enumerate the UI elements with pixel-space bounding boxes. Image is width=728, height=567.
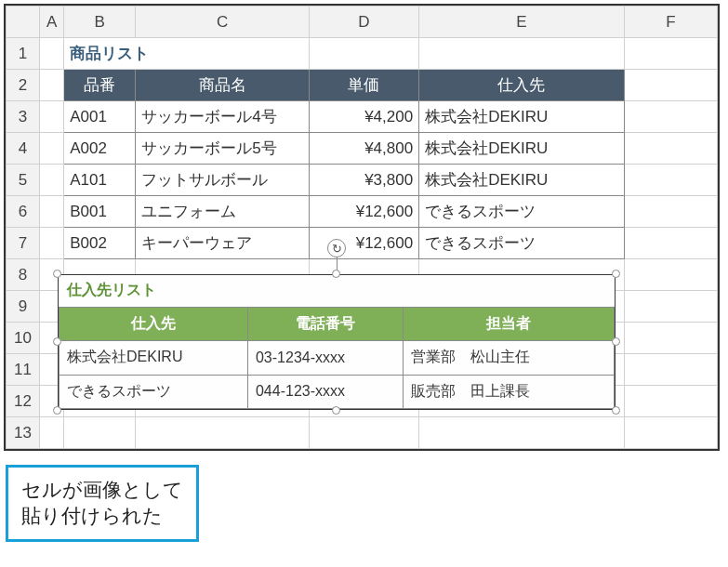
row-header-5[interactable]: 5 — [7, 165, 40, 196]
cell-code[interactable]: A001 — [64, 101, 136, 133]
resize-handle-ml[interactable] — [53, 337, 61, 346]
cell[interactable] — [624, 196, 717, 228]
cell[interactable] — [40, 228, 64, 259]
resize-handle-bl[interactable] — [53, 406, 61, 415]
col-header-e[interactable]: E — [419, 7, 625, 38]
col-header-b[interactable]: B — [64, 7, 136, 38]
cell-price[interactable]: ¥4,200 — [309, 101, 418, 133]
cell-code[interactable]: B001 — [64, 196, 136, 228]
col-header-a[interactable]: A — [40, 7, 64, 38]
cell[interactable] — [624, 259, 717, 291]
cell-name[interactable]: サッカーボール4号 — [136, 101, 309, 133]
cell-price[interactable]: ¥12,600 — [309, 196, 418, 228]
cell-supplier: 株式会社DEKIRU — [60, 341, 248, 375]
pasted-image-object[interactable]: ↻ 仕入先リスト 仕入先 電話番号 担当者 株式会社DEKIRU 03-1234… — [58, 274, 615, 410]
cell-code[interactable]: A002 — [64, 133, 136, 165]
cell[interactable] — [624, 323, 717, 354]
rotate-handle-icon[interactable]: ↻ — [327, 239, 346, 257]
cell-price[interactable]: ¥3,800 — [309, 165, 418, 196]
row-header-8[interactable]: 8 — [7, 259, 40, 291]
table1-header[interactable]: 商品名 — [136, 70, 309, 101]
row-header-9[interactable]: 9 — [7, 291, 40, 323]
col-header-f[interactable]: F — [624, 7, 717, 38]
cell-supplier[interactable]: 株式会社DEKIRU — [419, 133, 625, 165]
cell[interactable] — [40, 165, 64, 196]
cell[interactable] — [624, 354, 717, 386]
resize-handle-tr[interactable] — [612, 270, 620, 278]
cell[interactable] — [419, 417, 625, 449]
cell[interactable] — [624, 386, 717, 417]
resize-handle-br[interactable] — [612, 406, 620, 415]
resize-handle-bm[interactable] — [332, 406, 340, 415]
cell-phone: 044-123-xxxx — [247, 375, 403, 408]
row-header-10[interactable]: 10 — [7, 323, 40, 354]
cell-price[interactable]: ¥12,600 — [309, 228, 418, 259]
cell[interactable] — [40, 70, 64, 101]
cell-name[interactable]: ユニフォーム — [136, 196, 309, 228]
cell-supplier[interactable]: 株式会社DEKIRU — [419, 101, 625, 133]
resize-handle-tm[interactable] — [332, 270, 340, 278]
resize-handle-tl[interactable] — [53, 270, 61, 278]
table2-title: 仕入先リスト — [60, 275, 615, 307]
cell-supplier[interactable]: できるスポーツ — [419, 228, 625, 259]
table1-header[interactable]: 単価 — [309, 70, 418, 101]
cell-name[interactable]: フットサルボール — [136, 165, 309, 196]
cell[interactable] — [40, 101, 64, 133]
cell-contact: 営業部 松山主任 — [404, 341, 615, 375]
table2-header: 仕入先 — [60, 307, 248, 340]
cell[interactable] — [624, 133, 717, 165]
table1-title[interactable]: 商品リスト — [64, 38, 310, 70]
col-header-d[interactable]: D — [309, 7, 418, 38]
cell[interactable] — [40, 196, 64, 228]
row-header-11[interactable]: 11 — [7, 354, 40, 386]
callout-line2: 貼り付けられた — [21, 503, 183, 529]
cell[interactable] — [40, 417, 64, 449]
cell[interactable] — [624, 228, 717, 259]
cell-supplier[interactable]: 株式会社DEKIRU — [419, 165, 625, 196]
cell-code[interactable]: B002 — [64, 228, 136, 259]
cell[interactable] — [624, 291, 717, 323]
cell-name[interactable]: サッカーボール5号 — [136, 133, 309, 165]
row-header-7[interactable]: 7 — [7, 228, 40, 259]
cell-supplier: できるスポーツ — [60, 375, 248, 408]
row-header-12[interactable]: 12 — [7, 386, 40, 417]
cell[interactable] — [64, 417, 136, 449]
cell[interactable] — [40, 133, 64, 165]
row-header-1[interactable]: 1 — [7, 38, 40, 70]
resize-handle-mr[interactable] — [612, 337, 620, 346]
row-header-3[interactable]: 3 — [7, 101, 40, 133]
table1-header[interactable]: 品番 — [64, 70, 136, 101]
row-header-4[interactable]: 4 — [7, 133, 40, 165]
annotation-callout: セルが画像として 貼り付けられた — [6, 465, 199, 542]
pasted-image-content: 仕入先リスト 仕入先 電話番号 担当者 株式会社DEKIRU 03-1234-x… — [58, 274, 615, 410]
cell[interactable] — [624, 417, 717, 449]
cell[interactable] — [309, 38, 418, 70]
cell-price[interactable]: ¥4,800 — [309, 133, 418, 165]
select-all-corner[interactable] — [7, 7, 40, 38]
cell[interactable] — [419, 38, 625, 70]
cell[interactable] — [624, 70, 717, 101]
cell-name[interactable]: キーパーウェア — [136, 228, 309, 259]
cell[interactable] — [309, 417, 418, 449]
table2-header: 担当者 — [404, 307, 615, 340]
callout-line1: セルが画像として — [21, 477, 183, 503]
cell-code[interactable]: A101 — [64, 165, 136, 196]
cell[interactable] — [624, 165, 717, 196]
row-header-6[interactable]: 6 — [7, 196, 40, 228]
table1-header[interactable]: 仕入先 — [419, 70, 625, 101]
table2-header: 電話番号 — [247, 307, 403, 340]
cell[interactable] — [136, 417, 309, 449]
rotate-line — [337, 257, 338, 270]
cell[interactable] — [40, 38, 64, 70]
row-header-13[interactable]: 13 — [7, 417, 40, 449]
cell-contact: 販売部 田上課長 — [404, 375, 615, 408]
cell[interactable] — [624, 101, 717, 133]
cell-supplier[interactable]: できるスポーツ — [419, 196, 625, 228]
col-header-c[interactable]: C — [136, 7, 309, 38]
cell-phone: 03-1234-xxxx — [247, 341, 403, 375]
cell[interactable] — [624, 38, 717, 70]
row-header-2[interactable]: 2 — [7, 70, 40, 101]
